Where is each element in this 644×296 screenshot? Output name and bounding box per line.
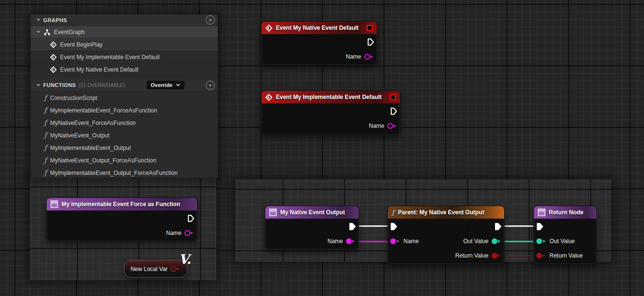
- node-header[interactable]: Event My Implementable Event Default: [261, 91, 400, 103]
- sidebar-item-label: MyNativeEvent_Output_ForceAsFunction: [50, 157, 156, 164]
- node-event-my-implementable-event-default[interactable]: Event My Implementable Event Default Nam…: [261, 90, 400, 136]
- my-blueprint-panel: GRAPHS + EventGraph Event BeginPlay Even…: [31, 14, 218, 178]
- sidebar-item-function[interactable]: ƒ MyNativeEvent_Output_ForceAsFunction: [31, 154, 218, 167]
- return-value-input-pin[interactable]: [536, 253, 547, 259]
- add-graph-button[interactable]: +: [206, 15, 215, 25]
- function-icon: ƒ: [44, 157, 47, 163]
- sidebar-item-label: MyNativeEvent_Output: [50, 132, 109, 139]
- exec-input-pin[interactable]: [390, 222, 397, 231]
- event-icon: [50, 66, 57, 73]
- sidebar-item-event-implementable[interactable]: Event My Implementable Event Default: [31, 51, 218, 63]
- node-title: Event My Implementable Event Default: [276, 94, 382, 100]
- exec-output-pin[interactable]: [495, 222, 502, 231]
- exec-output-pin[interactable]: [390, 107, 397, 115]
- sidebar-item-function[interactable]: ƒ MyImplementableEvent_ForceAsFunction: [31, 104, 218, 117]
- sidebar-item-label: MyImplementableEvent_Output: [50, 145, 131, 151]
- sidebar-item-label: EventGraph: [54, 29, 85, 36]
- function-call-icon: ƒ: [392, 209, 395, 216]
- graphs-section-title: GRAPHS: [43, 17, 67, 23]
- name-input-pin[interactable]: [390, 238, 401, 244]
- sidebar-item-function[interactable]: ƒ MyNativeEvent_ForceAsFunction: [31, 117, 218, 129]
- node-my-native-event-output[interactable]: My Native Event Output Name: [265, 206, 359, 250]
- sidebar-item-function[interactable]: ƒ MyNativeEvent_Output: [31, 129, 218, 142]
- event-icon: [50, 41, 57, 48]
- local-var-label: New Local Var: [131, 266, 168, 272]
- add-function-button[interactable]: +: [206, 81, 215, 90]
- collapse-arrow-icon[interactable]: [37, 84, 40, 86]
- pin-label: Name: [369, 123, 384, 129]
- function-icon: ƒ: [44, 144, 47, 151]
- out-value-input-pin[interactable]: [536, 238, 547, 244]
- node-header[interactable]: Event My Native Event Default: [261, 22, 377, 34]
- result-node-icon: [538, 209, 545, 216]
- overridable-count: (21 OVERRIDABLE): [79, 83, 125, 88]
- blueprint-graph-canvas[interactable]: GRAPHS + EventGraph Event BeginPlay Even…: [0, 0, 644, 296]
- sidebar-item-label: MyImplementableEvent_ForceAsFunction: [50, 107, 157, 114]
- node-my-implementable-event-force-as-function[interactable]: My Implementable Event Force as Function…: [46, 197, 198, 242]
- override-dropdown-label: Override: [151, 82, 173, 88]
- sidebar-item-label: Event My Implementable Event Default: [60, 54, 160, 61]
- pin-label: Return Value: [455, 252, 488, 259]
- function-icon: ƒ: [44, 169, 47, 176]
- pin-label: Out Value: [550, 238, 575, 245]
- node-title: My Implementable Event Force as Function: [62, 201, 180, 208]
- pin-label: Name: [166, 230, 181, 236]
- functions-section-title: FUNCTIONS: [43, 82, 76, 88]
- function-entry-icon: [269, 209, 277, 216]
- node-header[interactable]: My Implementable Event Force as Function: [47, 198, 197, 210]
- node-title: Return Node: [549, 209, 583, 216]
- function-icon: ƒ: [44, 119, 47, 126]
- name-output-pin[interactable]: [387, 123, 398, 129]
- node-title: My Native Event Output: [280, 209, 345, 216]
- collapse-arrow-icon[interactable]: [37, 19, 40, 21]
- chevron-down-icon: [176, 84, 180, 86]
- sidebar-item-label: ConstructionScript: [50, 95, 97, 101]
- graphs-section-header[interactable]: GRAPHS +: [31, 14, 218, 26]
- node-parent-my-native-event-output[interactable]: ƒ Parent: My Native Event Output Name Ou…: [387, 206, 505, 264]
- function-icon: ƒ: [44, 94, 47, 101]
- node-event-my-native-event-default[interactable]: Event My Native Event Default Name: [261, 21, 377, 65]
- exec-output-pin[interactable]: [367, 38, 374, 46]
- sidebar-item-label: MyImplementableEvent_Output_ForceAsFunct…: [50, 170, 177, 176]
- sidebar-item-label: MyNativeEvent_ForceAsFunction: [50, 120, 136, 126]
- function-icon: ƒ: [44, 132, 47, 138]
- override-dropdown[interactable]: Override: [147, 81, 185, 89]
- sidebar-item-function[interactable]: ƒ MyImplementableEvent_Output_ForceAsFun…: [31, 167, 218, 178]
- pin-label: Name: [404, 238, 419, 245]
- variable-watermark-icon: V.: [179, 252, 191, 267]
- function-entry-icon: [50, 200, 58, 208]
- node-title: Event My Native Event Default: [276, 25, 359, 31]
- pin-label: Out Value: [463, 238, 488, 245]
- node-new-local-var[interactable]: New Local Var: [124, 260, 187, 278]
- node-header[interactable]: My Native Event Output: [265, 206, 359, 219]
- eventgraph-icon: [44, 29, 50, 36]
- sidebar-item-event-beginplay[interactable]: Event BeginPlay: [31, 38, 218, 51]
- event-icon: [265, 94, 272, 101]
- exec-output-pin[interactable]: [349, 222, 356, 231]
- event-icon: [265, 25, 272, 32]
- node-return-node[interactable]: Return Node Out Value Return Value: [533, 206, 597, 264]
- local-var-output-pin[interactable]: [171, 266, 181, 272]
- function-icon: ƒ: [44, 107, 47, 113]
- sidebar-item-label: Event My Native Event Default: [60, 66, 138, 73]
- node-header[interactable]: ƒ Parent: My Native Event Output: [388, 206, 504, 219]
- functions-section-header[interactable]: FUNCTIONS (21 OVERRIDABLE) Override +: [31, 79, 218, 92]
- sidebar-item-function[interactable]: ƒ ConstructionScript: [31, 92, 218, 104]
- pin-label: Name: [327, 238, 343, 245]
- exec-input-pin[interactable]: [536, 222, 544, 231]
- sidebar-item-label: Event BeginPlay: [60, 41, 102, 48]
- name-output-pin[interactable]: [364, 54, 375, 60]
- exec-output-pin[interactable]: [187, 214, 195, 222]
- name-output-pin[interactable]: [185, 230, 195, 236]
- pin-label: Name: [346, 53, 361, 60]
- event-icon: [50, 54, 57, 61]
- name-output-pin[interactable]: [346, 238, 357, 244]
- return-value-output-pin[interactable]: [492, 253, 502, 259]
- collapse-arrow-icon[interactable]: [37, 31, 40, 33]
- sidebar-item-event-native[interactable]: Event My Native Event Default: [31, 63, 218, 76]
- sidebar-item-function[interactable]: ƒ MyImplementableEvent_Output: [31, 142, 218, 154]
- out-value-output-pin[interactable]: [492, 238, 502, 244]
- event-override-indicator-icon: [390, 94, 396, 100]
- node-header[interactable]: Return Node: [534, 206, 596, 219]
- sidebar-item-eventgraph[interactable]: EventGraph: [31, 26, 218, 38]
